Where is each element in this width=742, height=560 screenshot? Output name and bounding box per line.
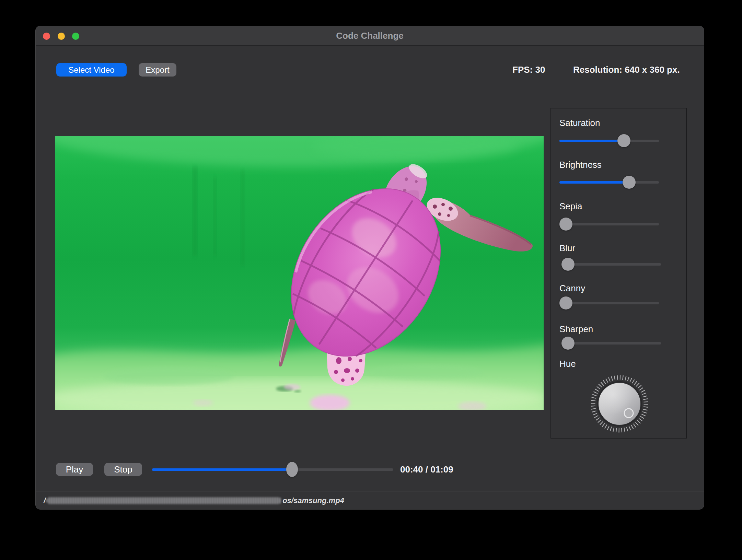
brightness-label: Brightness bbox=[559, 160, 602, 170]
stop-button[interactable]: Stop bbox=[104, 463, 142, 476]
file-path-redacted-segment bbox=[46, 497, 282, 504]
canny-label: Canny bbox=[559, 283, 585, 294]
statusbar: / os/samsung.mp4 bbox=[36, 491, 704, 510]
fps-readout: FPS: 30 bbox=[512, 63, 545, 77]
brightness-slider[interactable] bbox=[559, 176, 659, 189]
blur-slider-track[interactable] bbox=[561, 263, 661, 266]
hue-knob-graphic bbox=[591, 375, 648, 433]
blur-slider-thumb[interactable] bbox=[561, 258, 575, 271]
sharpen-slider-thumb[interactable] bbox=[561, 337, 575, 350]
time-readout: 00:40 / 01:09 bbox=[400, 463, 453, 476]
hue-knob-indicator bbox=[624, 409, 633, 418]
sepia-slider[interactable] bbox=[559, 218, 659, 231]
titlebar[interactable]: Code Challenge bbox=[36, 26, 704, 46]
canny-slider-track[interactable] bbox=[559, 302, 659, 304]
file-path-tail: os/samsung.mp4 bbox=[282, 496, 344, 505]
app-window: Code Challenge Select Video Export FPS: … bbox=[35, 26, 704, 510]
brightness-slider-thumb[interactable] bbox=[623, 176, 636, 189]
seek-slider-thumb[interactable] bbox=[286, 462, 298, 477]
hue-knob[interactable] bbox=[591, 375, 648, 433]
resolution-readout: Resolution: 640 x 360 px. bbox=[573, 63, 680, 77]
video-frame-turtle bbox=[55, 136, 544, 410]
canny-slider-thumb[interactable] bbox=[559, 296, 572, 310]
sepia-slider-thumb[interactable] bbox=[559, 218, 572, 231]
saturation-label: Saturation bbox=[559, 118, 600, 128]
seek-slider[interactable] bbox=[152, 462, 393, 477]
export-button[interactable]: Export bbox=[139, 63, 176, 77]
canny-slider[interactable] bbox=[559, 296, 659, 310]
saturation-slider-thumb[interactable] bbox=[617, 134, 630, 147]
blur-label: Blur bbox=[559, 243, 575, 254]
sepia-slider-track[interactable] bbox=[559, 223, 659, 225]
file-path-prefix: / bbox=[44, 496, 46, 505]
select-video-button[interactable]: Select Video bbox=[56, 63, 127, 77]
play-button[interactable]: Play bbox=[56, 463, 93, 476]
filters-panel: Saturation Brightness Sepia Blur Canny bbox=[550, 108, 687, 439]
video-preview bbox=[55, 136, 544, 410]
sharpen-slider-track[interactable] bbox=[561, 342, 661, 345]
hue-label: Hue bbox=[559, 359, 576, 369]
window-title: Code Challenge bbox=[36, 26, 704, 45]
saturation-slider-fill bbox=[559, 140, 626, 142]
blur-slider[interactable] bbox=[561, 258, 661, 271]
file-path: / os/samsung.mp4 bbox=[44, 496, 344, 505]
sepia-label: Sepia bbox=[559, 201, 582, 212]
sharpen-label: Sharpen bbox=[559, 324, 593, 335]
saturation-slider[interactable] bbox=[559, 134, 659, 147]
brightness-slider-fill bbox=[559, 181, 632, 184]
seek-slider-fill bbox=[152, 468, 293, 471]
sharpen-slider[interactable] bbox=[561, 337, 661, 350]
